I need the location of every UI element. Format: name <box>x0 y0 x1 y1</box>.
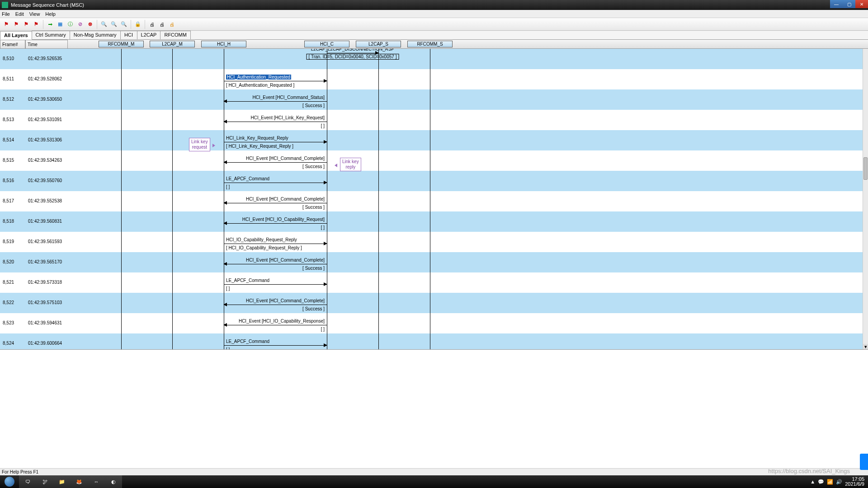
table-row[interactable]: 8,52301:42:39.594631 <box>0 313 863 333</box>
table-row[interactable]: 8,51701:42:39.552538 <box>0 191 863 211</box>
tab-l2cap[interactable]: L2CAP <box>137 31 161 39</box>
taskbar-app-6[interactable]: ◐ <box>105 475 122 488</box>
message-label: HCI_Event [HCI_IO_Capability_Request] <box>242 217 325 222</box>
tab-rfcomm[interactable]: RFCOMM <box>160 31 191 39</box>
message-arrow[interactable]: HCI_Event [HCI_Command_Complete][ Succes… <box>224 156 327 174</box>
lifeline-header-l2cap_s[interactable]: L2CAP_S <box>356 41 401 47</box>
message-arrow[interactable]: LE_APCF_Command[ ] <box>224 339 327 350</box>
message-arrow[interactable]: HCI_Event [HCI_Command_Complete][ Succes… <box>224 197 327 215</box>
table-row[interactable]: 8,51501:42:39.534263 <box>0 150 863 171</box>
table-row[interactable]: 8,52001:42:39.565170 <box>0 252 863 272</box>
message-arrow[interactable]: LE_APCF_Command[ ] <box>224 278 327 296</box>
teamviewer-panel-icon[interactable] <box>860 454 868 470</box>
window-title: Message Sequence Chart (MSC) <box>11 2 84 8</box>
tool-export-icon[interactable]: 🖨 <box>167 20 176 29</box>
tool-person-add-icon[interactable]: ⚑ <box>2 20 11 29</box>
message-sublabel: [ Tran. ID=5, DCID=0x0040, SCID=0x0057 ] <box>307 54 399 60</box>
tool-stop-icon[interactable]: ⊘ <box>75 20 85 29</box>
start-button[interactable] <box>0 475 19 488</box>
system-tray[interactable]: ▲ 💬 📶 🔊 17:05 2021/6/9 <box>810 477 868 487</box>
maximize-button[interactable]: ▢ <box>843 0 855 8</box>
message-label: HCI_Event [HCI_Command_Status] <box>252 95 325 100</box>
menu-help[interactable]: Help <box>45 11 56 17</box>
tray-network-icon[interactable]: 💬 <box>818 479 824 485</box>
lifeline-header-rfcomm_s[interactable]: RFCOMM_S <box>407 41 453 47</box>
tool-person-right-icon[interactable]: ⚑ <box>32 20 41 29</box>
message-arrow[interactable]: HCI_Event [HCI_IO_Capability_Response][ … <box>224 319 327 337</box>
message-arrow[interactable]: HCI_Event [HCI_Link_Key_Request][ ] <box>224 115 327 133</box>
taskbar-app-2[interactable]: 🕊 <box>36 475 53 488</box>
tool-columns-icon[interactable]: ▦ <box>56 20 65 29</box>
tool-person-remove-icon[interactable]: ⚑ <box>12 20 21 29</box>
table-row[interactable]: 8,52201:42:39.575103 <box>0 293 863 313</box>
tab-hci[interactable]: HCI <box>120 31 137 39</box>
message-arrow[interactable]: L2CAP_L2CAP_DISCONNECTION_RSP[ Tran. ID=… <box>327 47 378 65</box>
menu-edit[interactable]: Edit <box>15 11 24 17</box>
menu-file[interactable]: File <box>2 11 10 17</box>
menubar: File Edit View Help <box>0 10 868 18</box>
tool-goto-icon[interactable]: ⮕ <box>46 20 55 29</box>
minimize-button[interactable]: — <box>830 0 843 8</box>
frame-time: 01:42:39.552538 <box>28 198 62 203</box>
table-row[interactable]: 8,51201:42:39.530650 <box>0 89 863 110</box>
table-row[interactable]: 8,51101:42:39.528062 <box>0 69 863 89</box>
tool-print-icon[interactable]: 🖨 <box>147 20 156 29</box>
frame-time: 01:42:39.528062 <box>28 76 62 81</box>
tab-ctrl-summary[interactable]: Ctrl Summary <box>32 31 70 39</box>
lifeline-header-rfcomm_m[interactable]: RFCOMM_M <box>99 41 144 47</box>
message-arrow[interactable]: HCI_IO_Capability_Request_Reply[ HCI_IO_… <box>224 237 327 255</box>
table-row[interactable]: 8,52101:42:39.573318 <box>0 272 863 293</box>
message-arrow[interactable]: HCI_Event [HCI_Command_Status][ Success … <box>224 95 327 113</box>
tray-flag-icon[interactable]: ▲ <box>810 479 815 484</box>
lifeline-header-l2cap_m[interactable]: L2CAP_M <box>150 41 195 47</box>
col-frame[interactable]: Frame# <box>0 40 25 49</box>
tray-sound-icon[interactable]: 📶 <box>827 479 833 485</box>
table-row[interactable]: 8,51801:42:39.560831 <box>0 211 863 232</box>
table-row[interactable]: 8,51301:42:39.531091 <box>0 110 863 130</box>
message-sublabel: [ Success ] <box>302 103 325 108</box>
table-row[interactable]: 8,51601:42:39.550760 <box>0 171 863 191</box>
menu-view[interactable]: View <box>29 11 40 17</box>
table-row[interactable]: 8,51001:42:39.526535 <box>0 49 863 69</box>
message-arrow[interactable]: HCI_Link_Key_Request_Reply[ HCI_Link_Key… <box>224 136 327 154</box>
frame-time: 01:42:39.531091 <box>28 117 62 122</box>
tool-print-preview-icon[interactable]: 🖨 <box>157 20 166 29</box>
scroll-thumb[interactable] <box>863 157 868 180</box>
lifeline-header-hci_h[interactable]: HCI_H <box>201 41 246 47</box>
tray-battery-icon[interactable]: 🔊 <box>836 479 842 485</box>
frame-number: 8,518 <box>3 219 14 224</box>
taskbar-firefox[interactable]: 🦊 <box>71 475 88 488</box>
message-arrow[interactable]: LE_APCF_Command[ ] <box>224 176 327 194</box>
col-time[interactable]: Time <box>25 40 68 49</box>
table-row[interactable]: 8,51401:42:39.531306 <box>0 130 863 150</box>
tool-lock-icon[interactable]: 🔒 <box>133 20 142 29</box>
message-sublabel: [ HCI_Authentication_Requested ] <box>226 83 294 88</box>
table-row[interactable]: 8,51901:42:39.561593 <box>0 232 863 252</box>
tool-find-next-icon[interactable]: 🔍 <box>109 20 118 29</box>
tool-find-icon[interactable]: 🔍 <box>99 20 108 29</box>
message-label: HCI_Event [HCI_Command_Complete] <box>246 258 325 263</box>
tool-error-icon[interactable]: ⊗ <box>85 20 94 29</box>
message-arrow[interactable]: HCI_Event [HCI_Command_Complete][ Succes… <box>224 258 327 276</box>
close-button[interactable]: ✕ <box>855 0 868 8</box>
message-label: HCI_Event [HCI_Link_Key_Request] <box>251 115 325 120</box>
tool-find-prev-icon[interactable]: 🔍 <box>119 20 128 29</box>
table-row[interactable]: 8,52401:42:39.600664 <box>0 333 863 350</box>
message-arrow[interactable]: HCI_Event [HCI_Command_Complete][ Succes… <box>224 298 327 316</box>
tool-info-icon[interactable]: ⓘ <box>66 20 75 29</box>
tab-all-layers[interactable]: All Layers <box>0 31 32 40</box>
taskbar-teamviewer[interactable]: ↔ <box>88 475 105 488</box>
lifeline-header-hci_c[interactable]: HCI_C <box>304 41 349 47</box>
taskbar-app-1[interactable]: 🗨 <box>19 475 36 488</box>
scroll-down-icon[interactable]: ▾ <box>863 344 868 349</box>
tool-person-left-icon[interactable]: ⚑ <box>22 20 31 29</box>
message-arrow[interactable]: HCI_Event [HCI_IO_Capability_Request][ ] <box>224 217 327 235</box>
frame-number: 8,513 <box>3 117 14 122</box>
frame-number: 8,515 <box>3 158 14 163</box>
message-arrow[interactable]: HCI_Authentication_Requested[ HCI_Authen… <box>224 75 327 93</box>
frame-time: 01:42:39.575103 <box>28 300 62 305</box>
callout-box: Link keyreply <box>340 158 361 171</box>
vertical-scrollbar[interactable]: ▴ ▾ <box>863 40 868 349</box>
tab-non-msg-summary[interactable]: Non-Msg Summary <box>70 31 121 39</box>
taskbar-explorer[interactable]: 📁 <box>53 475 71 488</box>
